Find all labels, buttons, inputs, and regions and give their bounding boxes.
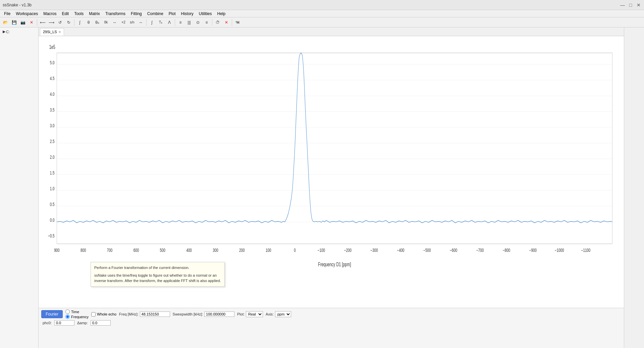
- tb-arrow[interactable]: ↔: [137, 18, 145, 26]
- y-tick-0: 0.0: [50, 218, 55, 223]
- menu-combine[interactable]: Combine: [145, 11, 166, 17]
- y-tick-45: 4.5: [50, 76, 55, 81]
- tb-stop[interactable]: ✕: [222, 18, 230, 26]
- menu-macros[interactable]: Macros: [41, 11, 59, 17]
- x-tick-100: 100: [266, 248, 271, 253]
- tb-separator-3: [146, 19, 147, 26]
- axis-label: Axis:: [266, 312, 274, 316]
- x-tick-200: 200: [239, 248, 245, 253]
- titlebar: ssSnake - v1.3b — □ ✕: [0, 0, 644, 10]
- tb-undo[interactable]: ↺: [56, 18, 64, 26]
- toolbar: 📂 💾 📷 ✕ ⟵ ⟶ ↺ ↻ ∫ θ θ₀ 8k ↔ ×2 s/n ↔ ∫ T…: [0, 17, 644, 27]
- tb-phase[interactable]: θ: [85, 18, 93, 26]
- maximize-button[interactable]: □: [628, 2, 633, 8]
- x-tick-700: 700: [107, 248, 113, 253]
- tb-lines[interactable]: ≡: [176, 18, 184, 26]
- menu-transforms[interactable]: Transforms: [103, 11, 128, 17]
- tb-list[interactable]: ≡: [203, 18, 211, 26]
- tb-screenshot[interactable]: 📷: [19, 18, 27, 26]
- y-tick-4: 4.0: [50, 91, 55, 97]
- freq-input[interactable]: [140, 311, 170, 317]
- y-tick-25: 2.5: [50, 139, 55, 144]
- whole-echo-label: Whole echo: [97, 312, 116, 316]
- tb-redo[interactable]: ↻: [65, 18, 73, 26]
- y-tick-neg05: −0.5: [48, 233, 55, 239]
- delta-label: Δamp:: [77, 321, 88, 325]
- tab-bar: 29Si_LS ✕: [39, 27, 624, 36]
- tb-integral[interactable]: ∫: [76, 18, 84, 26]
- tb-x2[interactable]: ×2: [119, 18, 127, 26]
- minimize-button[interactable]: —: [620, 2, 625, 8]
- fourier-button[interactable]: Fourier: [41, 310, 63, 318]
- menu-history[interactable]: History: [178, 11, 196, 17]
- tb-phase0[interactable]: θ₀: [93, 18, 101, 26]
- phc0-input[interactable]: [54, 320, 74, 326]
- tab-29si-ls[interactable]: 29Si_LS ✕: [40, 28, 64, 36]
- x-tick-neg100: −100: [318, 248, 325, 253]
- x-tick-neg200: −200: [344, 248, 352, 253]
- tb-separator-4: [175, 19, 175, 26]
- menu-edit[interactable]: Edit: [59, 11, 72, 17]
- x-axis-label: Frequency D1 [ppm]: [318, 262, 351, 267]
- content-area: 29Si_LS ✕ 1e5 5.0 4.5 4.0 3.5 3.0 2.5 2.…: [39, 27, 624, 348]
- y-tick-15: 1.5: [50, 170, 55, 176]
- close-button[interactable]: ✕: [636, 2, 641, 8]
- tb-8k[interactable]: 8k: [102, 18, 110, 26]
- tb-lambda[interactable]: Λ: [165, 18, 173, 26]
- tb-separator-2: [74, 19, 74, 26]
- sweepwidth-input[interactable]: [204, 311, 234, 317]
- y-tick-05: 0.5: [50, 202, 55, 207]
- x-tick-neg1100: −1100: [581, 248, 591, 253]
- menu-file[interactable]: File: [1, 11, 13, 17]
- tb-back[interactable]: ⟵: [39, 18, 47, 26]
- tb-bars[interactable]: |||: [185, 18, 193, 26]
- panel-phase-row: phc0: Δamp:: [43, 320, 621, 326]
- tb-expand[interactable]: ↔: [111, 18, 119, 26]
- menu-utilities[interactable]: Utilities: [196, 11, 215, 17]
- expand-icon: ▶: [3, 29, 5, 34]
- menu-tools[interactable]: Tools: [71, 11, 86, 17]
- delta-input[interactable]: [91, 320, 111, 326]
- time-radio[interactable]: [65, 309, 70, 314]
- tb-forward[interactable]: ⟶: [47, 18, 55, 26]
- tb-save[interactable]: 💾: [10, 18, 18, 26]
- fourier-tooltip: Perform a Fourier transformation of the …: [91, 262, 225, 287]
- menu-matrix[interactable]: Matrix: [86, 11, 103, 17]
- tb-sn[interactable]: s/n: [128, 18, 136, 26]
- plot-label: Plot:: [237, 312, 245, 316]
- sweepwidth-group: Sweepwidth [kHz]:: [173, 311, 234, 317]
- axis-select[interactable]: ppm Hz pts: [275, 311, 291, 317]
- freq-label: Freq [MHz]:: [119, 312, 138, 316]
- x-tick-neg600: −600: [450, 248, 457, 253]
- y-tick-3: 3.0: [50, 123, 55, 128]
- tb-1h[interactable]: ¹H: [233, 18, 241, 26]
- tb-open[interactable]: 📂: [1, 18, 9, 26]
- sidebar: ▶ C:: [0, 27, 39, 348]
- plot-select[interactable]: Real Imag Abs: [246, 311, 263, 317]
- whole-echo-checkbox[interactable]: [91, 312, 96, 317]
- right-panel: [624, 27, 644, 348]
- tb-circle[interactable]: ⊙: [194, 18, 202, 26]
- menu-workspaces[interactable]: Workspaces: [13, 11, 41, 17]
- y-tick-1: 1.0: [50, 186, 55, 192]
- menu-fitting[interactable]: Fitting: [128, 11, 145, 17]
- y-scale-label: 1e5: [49, 45, 55, 50]
- tb-int2[interactable]: ∫: [148, 18, 156, 26]
- menu-help[interactable]: Help: [215, 11, 228, 17]
- x-tick-neg400: −400: [397, 248, 404, 253]
- frequency-radio[interactable]: [65, 315, 70, 319]
- sidebar-expand[interactable]: ▶ C:: [1, 29, 37, 34]
- tab-close-icon[interactable]: ✕: [58, 30, 61, 34]
- tb-close[interactable]: ✕: [28, 18, 36, 26]
- menu-plot[interactable]: Plot: [166, 11, 178, 17]
- tb-separator-5: [212, 19, 212, 26]
- freq-group: Freq [MHz]:: [119, 311, 170, 317]
- window-controls: — □ ✕: [620, 2, 641, 8]
- frequency-label: Frequency: [71, 315, 89, 319]
- y-tick-5: 5.0: [50, 60, 55, 65]
- y-tick-2: 2.0: [50, 154, 55, 160]
- x-tick-300: 300: [213, 248, 218, 253]
- tb-timer[interactable]: ⏱: [214, 18, 222, 26]
- tb-t1[interactable]: T₁: [157, 18, 165, 26]
- tooltip-body: ssNake uses the time/freq toggle to figu…: [94, 273, 221, 284]
